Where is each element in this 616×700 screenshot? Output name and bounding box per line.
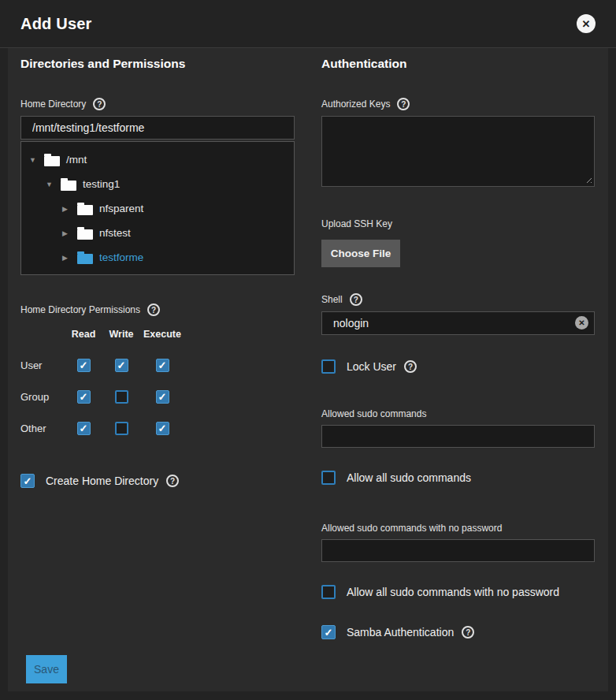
samba-authentication-label: Samba Authentication ?	[347, 626, 474, 639]
tree-item-label: /mnt	[66, 154, 87, 166]
section-title-authentication: Authentication	[321, 57, 595, 71]
perm-row-label-other: Other	[20, 412, 65, 444]
shell-label-row: Shell ?	[321, 293, 595, 306]
lock-user-label: Lock User ?	[347, 360, 417, 373]
other-write-checkbox[interactable]	[115, 422, 128, 435]
authorized-keys-wrap	[321, 116, 595, 187]
samba-authentication-row: Samba Authentication ?	[321, 625, 595, 639]
permissions-label: Home Directory Permissions	[20, 304, 140, 315]
perm-cell	[65, 412, 102, 444]
caret-icon[interactable]	[62, 205, 72, 213]
allow-all-sudo-row: Allow all sudo commands	[321, 471, 595, 485]
clear-icon[interactable]: ✕	[575, 316, 588, 330]
lock-user-text: Lock User	[347, 360, 396, 373]
caret-icon[interactable]	[46, 181, 55, 188]
group-write-checkbox[interactable]	[115, 390, 128, 404]
create-home-directory-checkbox[interactable]	[20, 474, 35, 488]
authorized-keys-textarea[interactable]	[321, 116, 595, 187]
home-directory-label-row: Home Directory ?	[20, 98, 295, 110]
perm-cell	[140, 349, 184, 381]
folder-icon	[61, 181, 76, 191]
choose-file-button[interactable]: Choose File	[321, 240, 400, 267]
authorized-keys-label-row: Authorized Keys ?	[321, 98, 595, 110]
help-icon[interactable]: ?	[93, 98, 106, 110]
folder-icon	[77, 229, 93, 240]
help-icon[interactable]: ?	[404, 360, 417, 373]
other-execute-checkbox[interactable]	[156, 422, 169, 435]
allow-all-sudo-checkbox[interactable]	[321, 471, 336, 485]
dialog-body: Directories and Permissions Home Directo…	[8, 48, 608, 691]
help-icon[interactable]: ?	[166, 475, 179, 487]
samba-authentication-checkbox[interactable]	[321, 625, 336, 639]
sudo-commands-input[interactable]	[321, 425, 595, 448]
create-home-directory-label: Create Home Directory ?	[46, 475, 179, 487]
user-execute-checkbox[interactable]	[156, 359, 169, 372]
caret-icon[interactable]	[62, 254, 72, 262]
perm-cell	[140, 412, 184, 444]
permissions-grid: Read Write Execute User Group Other	[20, 329, 295, 444]
lock-user-checkbox[interactable]	[321, 359, 336, 374]
save-button[interactable]: Save	[26, 655, 67, 683]
section-authentication: Authentication Authorized Keys ? Upload …	[321, 57, 595, 639]
home-directory-label: Home Directory	[20, 99, 86, 110]
sudo-commands-label-row: Allowed sudo commands	[321, 408, 595, 419]
folder-icon	[77, 205, 93, 215]
close-icon[interactable]: ✕	[577, 14, 596, 33]
upload-ssh-key-label: Upload SSH Key	[321, 218, 392, 229]
perm-header-execute: Execute	[140, 329, 184, 349]
tree-item-label: nfstest	[99, 227, 131, 239]
allow-all-sudo-nopasswd-row: Allow all sudo commands with no password	[321, 585, 595, 599]
help-icon[interactable]: ?	[397, 98, 410, 110]
tree-item-testforme[interactable]: testforme	[21, 245, 294, 270]
tree-item-label: testing1	[83, 178, 120, 190]
perm-cell	[102, 349, 140, 381]
tree-item-nfstest[interactable]: nfstest	[21, 221, 294, 245]
tree-item-testing1[interactable]: testing1	[21, 172, 294, 196]
group-execute-checkbox[interactable]	[156, 390, 169, 404]
perm-row-label-user: User	[20, 349, 65, 381]
perm-header-write: Write	[102, 329, 140, 349]
allow-all-sudo-nopasswd-checkbox[interactable]	[321, 585, 336, 599]
perm-header-read: Read	[65, 329, 102, 349]
sudo-commands-nopasswd-label: Allowed sudo commands with no password	[321, 523, 502, 534]
caret-icon[interactable]	[29, 156, 39, 164]
lock-user-row: Lock User ?	[321, 359, 595, 374]
shell-input[interactable]	[321, 311, 595, 335]
create-home-directory-text: Create Home Directory	[46, 475, 158, 487]
shell-label: Shell	[321, 294, 343, 305]
allow-all-sudo-label: Allow all sudo commands	[347, 471, 471, 484]
other-read-checkbox[interactable]	[77, 422, 91, 435]
help-icon[interactable]: ?	[147, 303, 160, 316]
permissions-label-row: Home Directory Permissions ?	[20, 303, 295, 316]
perm-row-label-group: Group	[20, 381, 65, 412]
user-read-checkbox[interactable]	[77, 359, 91, 372]
folder-icon	[77, 254, 93, 264]
form-columns: Directories and Permissions Home Directo…	[20, 57, 596, 639]
shell-input-wrap: ✕	[321, 311, 595, 335]
caret-icon[interactable]	[62, 229, 72, 237]
perm-cell	[102, 412, 140, 444]
sudo-commands-nopasswd-input[interactable]	[321, 539, 595, 562]
home-directory-input[interactable]	[20, 116, 295, 140]
upload-ssh-key-label-row: Upload SSH Key	[321, 218, 595, 229]
user-write-checkbox[interactable]	[115, 359, 128, 372]
page-title: Add User	[20, 15, 92, 33]
perm-cell	[140, 381, 184, 412]
allow-all-sudo-nopasswd-label: Allow all sudo commands with no password	[347, 586, 559, 598]
sudo-commands-nopasswd-label-row: Allowed sudo commands with no password	[321, 523, 595, 534]
section-title-directories: Directories and Permissions	[20, 57, 295, 71]
perm-header-empty	[20, 329, 65, 349]
tree-item-label: nfsparent	[99, 203, 143, 214]
help-icon[interactable]: ?	[350, 293, 362, 306]
perm-cell	[65, 381, 102, 412]
tree-item-nfsparent[interactable]: nfsparent	[21, 196, 294, 221]
dialog-header: Add User ✕	[0, 0, 616, 48]
create-home-directory-row: Create Home Directory ?	[20, 474, 295, 488]
help-icon[interactable]: ?	[462, 626, 474, 639]
group-read-checkbox[interactable]	[77, 390, 91, 404]
sudo-commands-label: Allowed sudo commands	[321, 408, 426, 419]
tree-item-mnt[interactable]: /mnt	[21, 147, 294, 172]
samba-authentication-text: Samba Authentication	[347, 626, 454, 639]
tree-item-label: testforme	[99, 251, 143, 263]
folder-icon	[44, 156, 60, 166]
